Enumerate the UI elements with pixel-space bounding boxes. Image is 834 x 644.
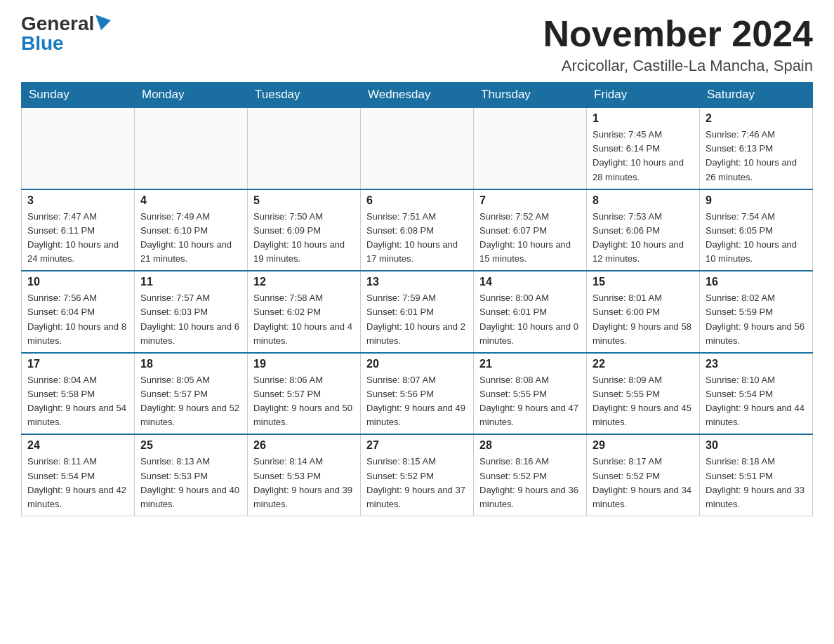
day-number: 5 [253,194,355,207]
logo: General Blue [21,14,111,53]
day-number: 10 [27,276,128,288]
day-info: Sunrise: 8:02 AM Sunset: 5:59 PM Dayligh… [706,291,807,348]
day-info: Sunrise: 8:08 AM Sunset: 5:55 PM Dayligh… [479,373,581,430]
calendar-cell: 5Sunrise: 7:50 AM Sunset: 6:09 PM Daylig… [248,189,361,271]
day-info: Sunrise: 8:17 AM Sunset: 5:52 PM Dayligh… [593,455,694,511]
day-number: 18 [140,358,241,370]
location-subtitle: Arcicollar, Castille-La Mancha, Spain [543,57,813,75]
calendar-cell: 13Sunrise: 7:59 AM Sunset: 6:01 PM Dayli… [361,271,474,353]
calendar-cell: 17Sunrise: 8:04 AM Sunset: 5:58 PM Dayli… [22,353,135,435]
weekday-header-monday: Monday [135,82,248,108]
day-number: 9 [706,194,807,207]
day-info: Sunrise: 8:09 AM Sunset: 5:55 PM Dayligh… [593,373,694,430]
calendar-cell: 25Sunrise: 8:13 AM Sunset: 5:53 PM Dayli… [135,434,248,516]
day-info: Sunrise: 7:58 AM Sunset: 6:02 PM Dayligh… [253,291,355,348]
day-number: 30 [706,439,807,452]
calendar-cell: 29Sunrise: 8:17 AM Sunset: 5:52 PM Dayli… [587,434,700,516]
day-info: Sunrise: 8:14 AM Sunset: 5:53 PM Dayligh… [253,455,355,511]
day-number: 4 [140,194,241,207]
day-number: 27 [366,439,468,452]
calendar-cell: 15Sunrise: 8:01 AM Sunset: 6:00 PM Dayli… [587,271,700,353]
calendar-week-row: 24Sunrise: 8:11 AM Sunset: 5:54 PM Dayli… [22,434,813,516]
day-number: 17 [27,358,128,370]
calendar-cell: 6Sunrise: 7:51 AM Sunset: 6:08 PM Daylig… [361,189,474,271]
day-number: 28 [479,439,581,452]
day-info: Sunrise: 7:52 AM Sunset: 6:07 PM Dayligh… [479,210,581,267]
day-info: Sunrise: 7:47 AM Sunset: 6:11 PM Dayligh… [27,210,128,267]
day-info: Sunrise: 7:54 AM Sunset: 6:05 PM Dayligh… [706,210,807,267]
calendar-week-row: 3Sunrise: 7:47 AM Sunset: 6:11 PM Daylig… [22,189,813,271]
calendar-week-row: 1Sunrise: 7:45 AM Sunset: 6:14 PM Daylig… [22,108,813,189]
day-number: 26 [253,439,355,452]
title-block: November 2024 Arcicollar, Castille-La Ma… [543,14,813,75]
weekday-header-saturday: Saturday [700,82,813,108]
day-number: 15 [593,276,694,288]
calendar-week-row: 10Sunrise: 7:56 AM Sunset: 6:04 PM Dayli… [22,271,813,353]
day-info: Sunrise: 8:18 AM Sunset: 5:51 PM Dayligh… [706,455,807,511]
day-number: 12 [253,276,355,288]
weekday-header-tuesday: Tuesday [248,82,361,108]
day-info: Sunrise: 7:45 AM Sunset: 6:14 PM Dayligh… [593,128,694,185]
day-number: 14 [479,276,581,288]
day-number: 6 [366,194,468,207]
calendar-cell: 7Sunrise: 7:52 AM Sunset: 6:07 PM Daylig… [474,189,587,271]
day-info: Sunrise: 8:15 AM Sunset: 5:52 PM Dayligh… [366,455,468,511]
calendar-cell: 9Sunrise: 7:54 AM Sunset: 6:05 PM Daylig… [700,189,813,271]
day-number: 11 [140,276,241,288]
day-info: Sunrise: 8:13 AM Sunset: 5:53 PM Dayligh… [140,455,241,511]
day-number: 7 [479,194,581,207]
calendar-cell: 16Sunrise: 8:02 AM Sunset: 5:59 PM Dayli… [700,271,813,353]
calendar-cell: 14Sunrise: 8:00 AM Sunset: 6:01 PM Dayli… [474,271,587,353]
day-number: 3 [27,194,128,207]
day-info: Sunrise: 8:00 AM Sunset: 6:01 PM Dayligh… [479,291,581,348]
weekday-header-sunday: Sunday [22,82,135,108]
calendar-cell: 22Sunrise: 8:09 AM Sunset: 5:55 PM Dayli… [587,353,700,435]
calendar-cell [248,108,361,189]
calendar-cell [135,108,248,189]
calendar-cell: 3Sunrise: 7:47 AM Sunset: 6:11 PM Daylig… [22,189,135,271]
calendar-cell: 10Sunrise: 7:56 AM Sunset: 6:04 PM Dayli… [22,271,135,353]
calendar-cell: 19Sunrise: 8:06 AM Sunset: 5:57 PM Dayli… [248,353,361,435]
day-info: Sunrise: 7:51 AM Sunset: 6:08 PM Dayligh… [366,210,468,267]
day-number: 1 [593,112,694,125]
day-info: Sunrise: 8:06 AM Sunset: 5:57 PM Dayligh… [253,373,355,430]
logo-blue-text: Blue [21,34,64,53]
day-info: Sunrise: 8:04 AM Sunset: 5:58 PM Dayligh… [27,373,128,430]
day-info: Sunrise: 7:49 AM Sunset: 6:10 PM Dayligh… [140,210,241,267]
day-number: 25 [140,439,241,452]
day-number: 20 [366,358,468,370]
calendar-cell [474,108,587,189]
day-info: Sunrise: 8:05 AM Sunset: 5:57 PM Dayligh… [140,373,241,430]
calendar-cell: 12Sunrise: 7:58 AM Sunset: 6:02 PM Dayli… [248,271,361,353]
logo-general-text: General [21,14,94,34]
day-info: Sunrise: 7:57 AM Sunset: 6:03 PM Dayligh… [140,291,241,348]
day-info: Sunrise: 7:53 AM Sunset: 6:06 PM Dayligh… [593,210,694,267]
calendar-table: SundayMondayTuesdayWednesdayThursdayFrid… [21,82,813,516]
page-header: General Blue November 2024 Arcicollar, C… [21,14,813,75]
day-number: 24 [27,439,128,452]
day-info: Sunrise: 8:10 AM Sunset: 5:54 PM Dayligh… [706,373,807,430]
calendar-cell: 30Sunrise: 8:18 AM Sunset: 5:51 PM Dayli… [700,434,813,516]
day-number: 8 [593,194,694,207]
day-number: 19 [253,358,355,370]
calendar-cell: 4Sunrise: 7:49 AM Sunset: 6:10 PM Daylig… [135,189,248,271]
day-number: 16 [706,276,807,288]
calendar-cell: 26Sunrise: 8:14 AM Sunset: 5:53 PM Dayli… [248,434,361,516]
calendar-cell [361,108,474,189]
day-number: 21 [479,358,581,370]
calendar-cell: 20Sunrise: 8:07 AM Sunset: 5:56 PM Dayli… [361,353,474,435]
weekday-header-row: SundayMondayTuesdayWednesdayThursdayFrid… [22,82,813,108]
month-year-title: November 2024 [543,14,813,54]
day-number: 23 [706,358,807,370]
weekday-header-friday: Friday [587,82,700,108]
day-info: Sunrise: 8:16 AM Sunset: 5:52 PM Dayligh… [479,455,581,511]
day-number: 29 [593,439,694,452]
day-number: 13 [366,276,468,288]
logo-arrow-icon [95,15,111,30]
weekday-header-wednesday: Wednesday [361,82,474,108]
weekday-header-thursday: Thursday [474,82,587,108]
calendar-cell: 11Sunrise: 7:57 AM Sunset: 6:03 PM Dayli… [135,271,248,353]
calendar-cell: 24Sunrise: 8:11 AM Sunset: 5:54 PM Dayli… [22,434,135,516]
day-info: Sunrise: 7:50 AM Sunset: 6:09 PM Dayligh… [253,210,355,267]
day-info: Sunrise: 7:46 AM Sunset: 6:13 PM Dayligh… [706,128,807,185]
